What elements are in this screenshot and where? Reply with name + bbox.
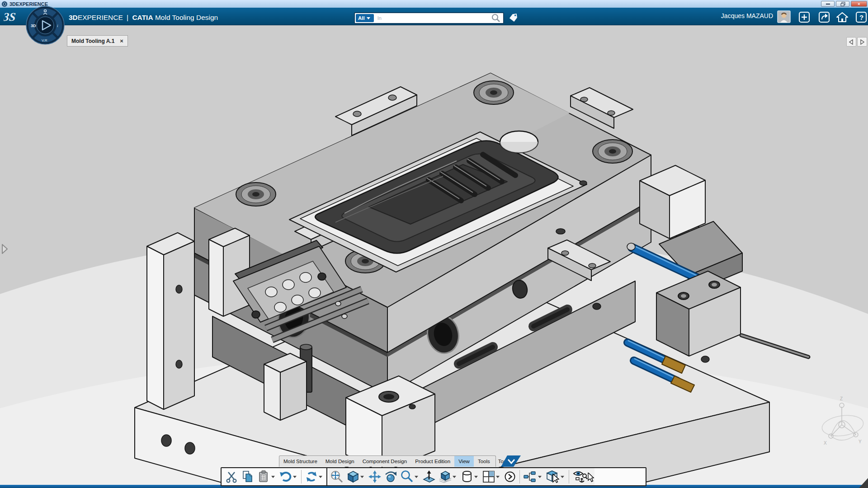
tab-component-design[interactable]: Component Design	[359, 456, 411, 467]
paste-icon	[257, 470, 271, 483]
undo-button[interactable]	[278, 468, 299, 485]
tab-product-edition[interactable]: Product Edition	[411, 456, 454, 467]
more-tools-button[interactable]	[502, 468, 518, 485]
specification-tree-button[interactable]	[522, 468, 544, 485]
toolbar-divider	[301, 470, 302, 483]
3ds-logo[interactable]: 3S	[4, 9, 24, 24]
chevron-down-icon[interactable]	[496, 476, 500, 478]
cut-button[interactable]	[223, 468, 240, 485]
action-bar-toolbar	[221, 467, 646, 486]
chevron-down-icon[interactable]	[271, 476, 275, 478]
zoom-button[interactable]	[399, 468, 421, 485]
rotate-button[interactable]	[383, 468, 399, 485]
tree-structure-icon	[523, 470, 538, 483]
iso-view-button[interactable]	[437, 468, 459, 485]
magnifier-icon	[401, 470, 414, 483]
cube-select-icon	[546, 470, 560, 483]
chevron-down-icon[interactable]	[293, 476, 297, 478]
pan-button[interactable]	[367, 468, 383, 485]
action-bar-collapse-wedge[interactable]	[495, 455, 521, 467]
search-scope-value: All	[358, 15, 365, 21]
tab-tools[interactable]: Tools	[474, 456, 494, 467]
chevron-down-icon[interactable]	[561, 476, 564, 478]
minimize-button[interactable]	[821, 1, 835, 7]
tab-view[interactable]: View	[454, 456, 474, 467]
multi-view-button[interactable]	[481, 468, 502, 485]
home-icon[interactable]	[836, 11, 848, 23]
viewport-3d[interactable]: X Y Z	[0, 25, 868, 488]
svg-text:?: ?	[859, 14, 863, 21]
user-name[interactable]: Jacques MAZAUD	[705, 12, 773, 19]
render-style-button[interactable]	[459, 468, 481, 485]
pan-arrows-icon	[368, 470, 382, 483]
fit-all-in-button[interactable]	[329, 468, 345, 485]
cube-on-grid-icon	[439, 470, 452, 483]
brand-experience: EXPERIENCE	[78, 14, 123, 21]
copy-button[interactable]	[240, 468, 256, 485]
document-tab[interactable]: Mold Tooling A.1 ×	[67, 35, 128, 47]
title-divider: |	[125, 14, 130, 21]
document-tab-label: Mold Tooling A.1	[71, 38, 114, 44]
normal-view-button[interactable]	[421, 468, 437, 485]
3dexperience-window: X Y Z 3DEXPERIENCE × 3S	[0, 0, 868, 488]
3dexperience-compass[interactable]: 3D V.R i	[25, 5, 65, 45]
search-input[interactable]: In	[377, 15, 491, 21]
global-search-bar[interactable]: All In	[354, 12, 504, 24]
compass-south-label[interactable]: V.R	[42, 38, 47, 42]
chevron-down-icon[interactable]	[474, 476, 478, 478]
search-icon[interactable]	[491, 14, 500, 23]
share-icon[interactable]	[818, 11, 830, 23]
tab-nav-next-button[interactable]	[857, 37, 867, 47]
four-view-grid-icon	[482, 470, 495, 483]
chevron-down-icon[interactable]	[415, 476, 418, 478]
avatar[interactable]	[777, 10, 791, 23]
chevron-down-icon[interactable]	[453, 476, 456, 478]
corner-pen-cursor	[857, 477, 868, 488]
tab-nav-prev-button[interactable]	[846, 37, 856, 47]
action-bar-tabs: Mold Structure Mold Design Component Des…	[279, 455, 496, 467]
toolbar-divider	[569, 470, 569, 483]
chevron-down-icon[interactable]	[538, 476, 542, 478]
close-button[interactable]: ×	[851, 1, 867, 7]
triangle-right-icon	[860, 39, 864, 45]
toolbar-panel-border	[326, 468, 327, 485]
cube-icon	[346, 470, 360, 483]
triad-z-label: Z	[840, 396, 843, 401]
tab-mold-design[interactable]: Mold Design	[321, 456, 359, 467]
compass-west-label[interactable]: 3D	[31, 23, 36, 28]
update-button[interactable]	[303, 468, 325, 485]
module-name: Mold Tooling Design	[155, 14, 218, 21]
fit-all-magnifier-icon	[330, 470, 344, 483]
add-content-icon[interactable]	[798, 11, 810, 23]
panel-expander-chevron-icon[interactable]	[1, 243, 9, 255]
circle-arrow-icon	[504, 470, 516, 483]
triangle-left-icon	[849, 39, 854, 45]
chevron-down-icon	[367, 17, 370, 19]
window-title-bar[interactable]: 3DEXPERIENCE ×	[0, 0, 868, 8]
refresh-icon	[305, 470, 318, 483]
mouse-cursor	[588, 473, 595, 483]
normal-to-plane-icon	[422, 470, 436, 483]
tag-icon[interactable]	[508, 13, 519, 23]
paste-button[interactable]	[256, 468, 278, 485]
chevron-down-icon[interactable]	[360, 476, 364, 478]
toolbar-divider	[519, 470, 520, 483]
app-title: 3DEXPERIENCE | CATIA Mold Tooling Design	[69, 11, 218, 24]
isolate-button[interactable]	[544, 468, 567, 485]
tab-mold-structure[interactable]: Mold Structure	[279, 456, 321, 467]
undo-icon	[279, 470, 292, 483]
app-window-icon	[1, 1, 8, 7]
triad-x-label: X	[824, 441, 827, 446]
search-scope-dropdown[interactable]: All	[356, 14, 374, 22]
restore-icon	[840, 2, 845, 6]
triad-y-label: Y	[859, 439, 862, 444]
view-cube-button[interactable]	[345, 468, 367, 485]
tab-close-icon[interactable]: ×	[120, 38, 123, 44]
help-icon[interactable]: ?	[855, 11, 867, 23]
restore-button[interactable]	[836, 1, 849, 7]
eye-anchor-icon	[572, 470, 588, 483]
chevron-down-icon[interactable]	[319, 476, 322, 478]
svg-text:3S: 3S	[4, 10, 16, 23]
copy-icon	[241, 470, 255, 483]
brand-catia: CATIA	[132, 14, 153, 21]
